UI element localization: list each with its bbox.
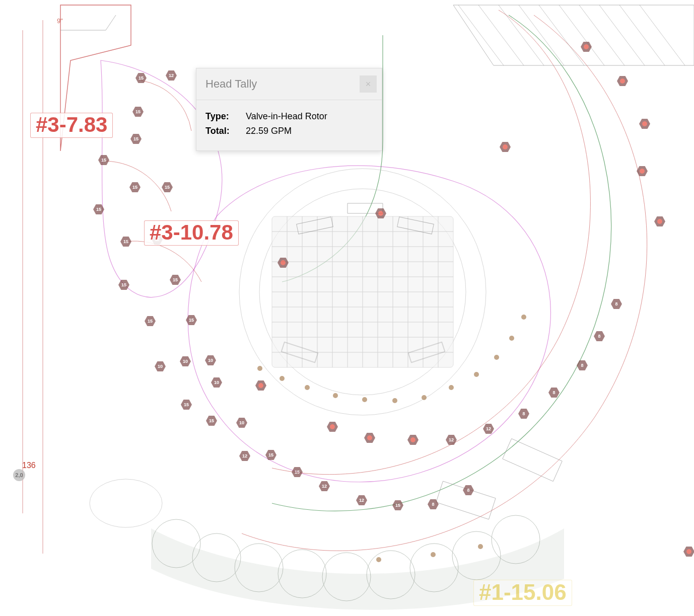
plant-dot [431,552,436,557]
plant-dot [509,336,514,341]
total-label: Total: [205,126,237,136]
plant-dot [521,315,526,320]
zone-label-b: #3-10.78 [144,220,239,246]
plant-dot [257,366,262,371]
plant-dot [422,395,427,400]
dialog-title: Head Tally [205,78,257,91]
marker-text-136: 136 [22,461,36,470]
dimension-9in: 9" [57,17,63,25]
head-tally-dialog[interactable]: Head Tally × Type: Valve-in-Head Rotor T… [196,68,382,151]
close-icon: × [366,79,371,90]
plant-dot [280,376,285,381]
dialog-titlebar[interactable]: Head Tally × [196,68,382,100]
row-type: Type: Valve-in-Head Rotor [205,111,373,122]
row-total: Total: 22.59 GPM [205,126,373,136]
marker-circle-20: 2,0 [13,469,25,481]
plant-dot [392,398,397,403]
plant-dot [478,544,483,549]
type-value: Valve-in-Head Rotor [246,111,327,122]
plant-dot [449,385,454,390]
svg-point-14 [90,479,162,527]
plant-dot [305,385,310,390]
total-value: 22.59 GPM [246,126,292,136]
plant-dot [333,393,338,398]
plant-dot [494,355,499,360]
plant-dot [474,372,479,377]
svg-rect-12 [503,439,562,482]
plant-dot [362,397,367,402]
zone-label-c: #1-15.06 [473,580,572,606]
plant-dot [376,557,381,562]
marker-circle-20-text: 2,0 [15,472,23,478]
type-label: Type: [205,111,237,122]
dialog-body: Type: Valve-in-Head Rotor Total: 22.59 G… [196,100,382,150]
close-button[interactable]: × [360,75,377,93]
cad-canvas[interactable]: 1512151515151515151215151515101010101515… [0,0,694,616]
zone-label-a: #3-7.83 [30,113,113,138]
